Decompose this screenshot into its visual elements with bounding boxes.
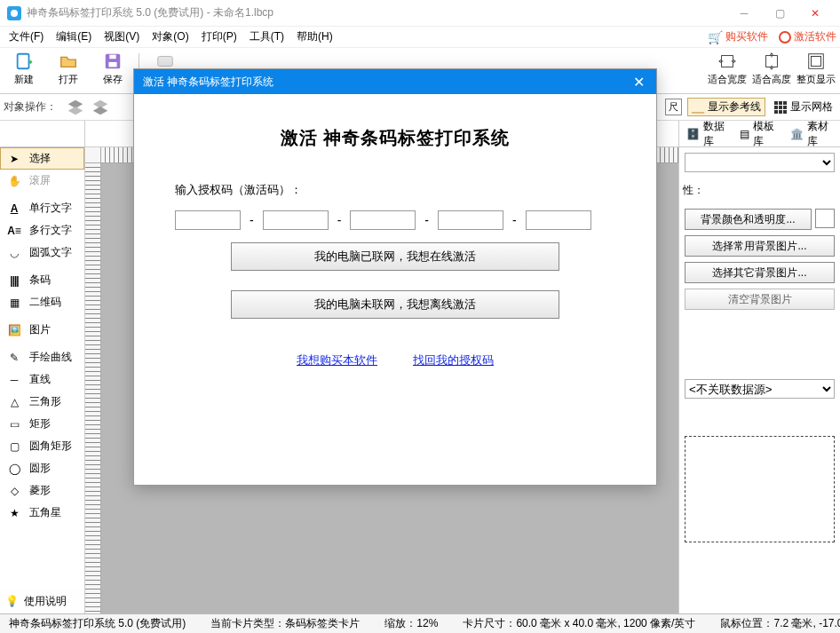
dialog-close-button[interactable]: ✕ (630, 74, 647, 91)
tool-star[interactable]: ★五角星 (0, 502, 84, 524)
open-button[interactable]: 打开 (48, 50, 89, 86)
right-select-1[interactable] (685, 153, 835, 172)
window-title: 神奇条码标签打印系统 5.0 (免费试用) - 未命名1.lbcp (27, 5, 726, 20)
status-mouse: 鼠标位置：7.2 毫米, -17.0 毫 (717, 616, 840, 631)
activation-dialog: 激活 神奇条码标签打印系统 ✕ 激活 神奇条码标签打印系统 输入授权码（激活码）… (133, 68, 657, 486)
svg-rect-8 (812, 57, 821, 67)
tool-rect[interactable]: ▭矩形 (0, 413, 84, 435)
menu-view[interactable]: 视图(V) (99, 28, 145, 46)
tab-database[interactable]: 🗄️数据库 (686, 119, 729, 149)
save-button[interactable]: 保存 (92, 50, 133, 86)
bg-image-other-button[interactable]: 选择其它背景图片... (685, 262, 835, 283)
dialog-heading: 激活 神奇条码标签打印系统 (170, 126, 621, 150)
buy-link[interactable]: 我想购买本软件 (297, 352, 377, 368)
dialog-title: 激活 神奇条码标签打印系统 (143, 75, 630, 90)
tool-triangle[interactable]: △三角形 (0, 391, 84, 413)
minimize-button[interactable]: ─ (726, 1, 762, 26)
save-icon (103, 51, 123, 71)
object-ops-label: 对象操作： (4, 99, 57, 115)
tool-arc-text[interactable]: ◡圆弧文字 (0, 241, 84, 264)
menu-edit[interactable]: 编辑(E) (51, 28, 97, 46)
buy-software-link[interactable]: 🛒 购买软件 (708, 29, 768, 44)
cursor-icon: ➤ (6, 153, 22, 165)
qrcode-icon: ▦ (6, 297, 22, 309)
activate-software-link[interactable]: 激活软件 (779, 29, 836, 44)
close-button[interactable]: ✕ (797, 1, 833, 26)
tool-barcode[interactable]: ||||条码 (0, 269, 84, 291)
datasource-select[interactable]: <不关联数据源> (685, 379, 835, 399)
license-input-1[interactable] (175, 210, 241, 230)
offline-activate-button[interactable]: 我的电脑未联网，我想离线激活 (231, 290, 559, 319)
menu-object[interactable]: 对象(O) (147, 28, 194, 46)
show-grid-toggle[interactable]: 显示网格 (771, 99, 836, 115)
layer-back-icon[interactable] (91, 98, 110, 117)
recover-license-link[interactable]: 找回我的授权码 (413, 352, 494, 368)
text-icon: A (6, 202, 22, 215)
right-panel: 性： 背景颜色和透明度... 选择常用背景图片... 选择其它背景图片... 清… (678, 147, 840, 613)
tool-pan[interactable]: ✋滚屏 (0, 170, 84, 192)
tool-picture[interactable]: 🖼️图片 (0, 319, 84, 341)
guide-icon: ⎯⎯ (692, 101, 704, 114)
tool-qrcode[interactable]: ▦二维码 (0, 291, 84, 313)
vertical-ruler[interactable] (85, 163, 101, 613)
bg-clear-button[interactable]: 清空背景图片 (685, 289, 835, 310)
dialog-titlebar: 激活 神奇条码标签打印系统 ✕ (134, 69, 656, 94)
barcode-icon: |||| (6, 274, 22, 287)
menu-help[interactable]: 帮助(H) (291, 28, 338, 46)
license-input-4[interactable] (438, 210, 503, 230)
tool-single-text[interactable]: A单行文字 (0, 197, 84, 219)
ruler-toggle[interactable]: 尺 (665, 99, 682, 115)
status-type: 当前卡片类型：条码标签类卡片 (207, 616, 363, 631)
license-code-row: - - - - (170, 210, 621, 230)
tool-freehand[interactable]: ✎手绘曲线 (0, 346, 84, 368)
menu-tool[interactable]: 工具(T) (244, 28, 289, 46)
pencil-icon: ✎ (6, 352, 22, 364)
app-icon (7, 6, 21, 20)
roundrect-icon: ▢ (6, 440, 22, 453)
tab-template[interactable]: ▤模板库 (740, 119, 780, 149)
license-input-5[interactable] (526, 210, 591, 230)
tool-line[interactable]: ─直线 (0, 368, 84, 391)
online-activate-button[interactable]: 我的电脑已联网，我想在线激活 (231, 242, 559, 271)
picture-icon: 🖼️ (6, 324, 22, 336)
tool-diamond[interactable]: ◇菱形 (0, 479, 84, 502)
bulb-icon: 💡 (5, 595, 19, 607)
tool-select[interactable]: ➤选择 (0, 147, 84, 170)
license-input-2[interactable] (263, 210, 329, 230)
tool-roundrect[interactable]: ▢圆角矩形 (0, 435, 84, 457)
show-guides-toggle[interactable]: ⎯⎯ 显示参考线 (687, 98, 765, 116)
oval-icon: ◯ (6, 463, 22, 475)
new-icon (14, 51, 34, 71)
help-item[interactable]: 💡 使用说明 (0, 589, 84, 613)
svg-rect-3 (109, 55, 115, 59)
svg-rect-6 (766, 56, 778, 67)
bg-color-button[interactable]: 背景颜色和透明度... (685, 209, 812, 230)
svg-rect-2 (108, 62, 116, 67)
svg-rect-5 (722, 56, 733, 67)
full-page-button[interactable]: 整页显示 (796, 50, 836, 86)
bg-color-swatch[interactable] (815, 209, 835, 228)
license-input-3[interactable] (350, 210, 416, 230)
cart-icon: 🛒 (708, 30, 723, 44)
hand-icon: ✋ (6, 175, 22, 187)
menu-print[interactable]: 打印(P) (196, 28, 242, 46)
status-app: 神奇条码标签打印系统 5.0 (免费试用) (5, 616, 189, 631)
tool-oval[interactable]: ◯圆形 (0, 457, 84, 479)
status-size: 卡片尺寸：60.0 毫米 x 40.0 毫米, 1200 像素/英寸 (459, 616, 699, 631)
status-bar: 神奇条码标签打印系统 5.0 (免费试用) 当前卡片类型：条码标签类卡片 缩放：… (0, 613, 840, 633)
license-input-label: 输入授权码（激活码）： (175, 182, 621, 198)
open-icon (59, 51, 78, 71)
arc-text-icon: ◡ (6, 247, 22, 259)
bg-image-common-button[interactable]: 选择常用背景图片... (685, 235, 835, 257)
triangle-icon: △ (6, 396, 22, 408)
new-button[interactable]: 新建 (4, 50, 44, 86)
fit-height-button[interactable]: 适合高度 (751, 50, 792, 86)
fit-width-button[interactable]: 适合宽度 (707, 50, 748, 86)
diamond-icon: ◇ (6, 485, 22, 497)
layer-forward-icon[interactable] (66, 98, 85, 117)
tab-resource[interactable]: 🏛️素材库 (790, 119, 833, 149)
tool-multi-text[interactable]: A≡多行文字 (0, 219, 84, 241)
menu-file[interactable]: 文件(F) (4, 28, 49, 46)
maximize-button[interactable]: ▢ (762, 1, 797, 26)
circle-icon (779, 31, 791, 44)
